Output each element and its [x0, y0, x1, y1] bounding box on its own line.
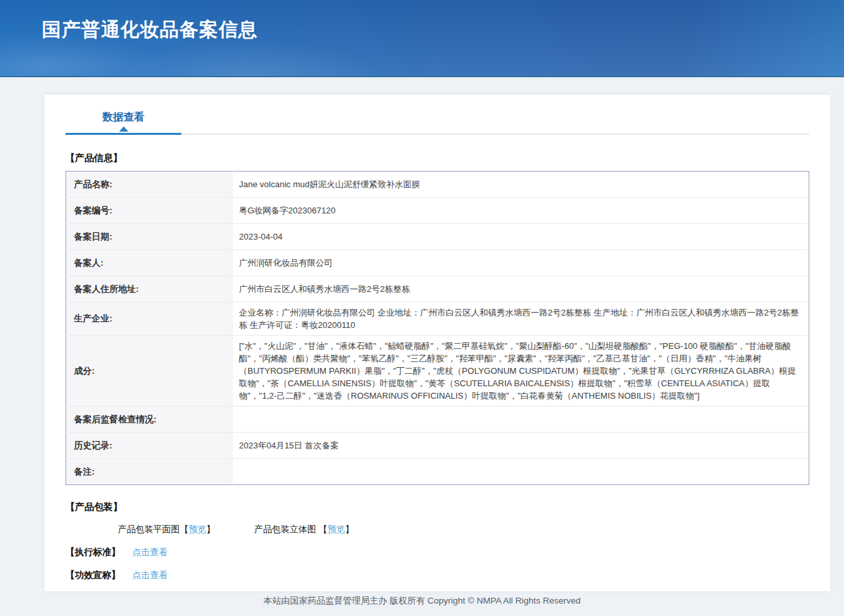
page-title: 国产普通化妆品备案信息 [0, 0, 844, 43]
table-row-supervision: 备案后监督检查情况: [66, 407, 809, 433]
row-label: 产品名称: [66, 172, 232, 198]
row-label: 成分: [66, 336, 232, 407]
row-value: 广州市白云区人和镇秀水塘西一路2号2栋整栋 [232, 276, 809, 302]
section-product-info-title: 【产品信息】 [65, 152, 809, 164]
tab-bar: 数据查看 [65, 95, 809, 135]
row-label: 备案编号: [66, 198, 232, 224]
table-row-registration-number: 备案编号: 粤G妆网备字2023067120 [66, 198, 809, 224]
bracket-open: 【 [180, 524, 189, 534]
bracket-close: 】 [206, 524, 215, 534]
table-row-registration-date: 备案日期: 2023-04-04 [66, 224, 809, 250]
table-row-history: 历史记录: 2023年04月15日 首次备案 [66, 433, 809, 459]
tab-data-view-label: 数据查看 [103, 111, 145, 122]
table-row-remarks: 备注: [66, 459, 809, 485]
product-info-table: 产品名称: Jane volcanic mud妍泥火山泥舒缓紧致补水面膜 备案编… [65, 171, 809, 485]
table-row-registrant: 备案人: 广州润研化妆品有限公司 [66, 250, 809, 276]
packaging-flat-preview-link[interactable]: 预览 [189, 524, 206, 534]
standard-row: 【执行标准】 点击查看 [65, 547, 809, 558]
row-value [232, 459, 809, 485]
row-value: 粤G妆网备字2023067120 [232, 198, 809, 224]
row-label: 备案人: [66, 250, 232, 276]
row-value: Jane volcanic mud妍泥火山泥舒缓紧致补水面膜 [232, 172, 809, 198]
efficacy-row: 【功效宣称】 点击查看 [65, 570, 809, 581]
row-value: 企业名称：广州润研化妆品有限公司 企业地址：广州市白云区人和镇秀水塘西一路2号2… [232, 302, 809, 336]
packaging-flat-label: 产品包装平面图 [118, 524, 180, 534]
row-value [232, 407, 809, 433]
row-label: 生产企业: [66, 302, 232, 336]
row-value: 2023年04月15日 首次备案 [232, 433, 809, 459]
bracket-close: 】 [345, 524, 354, 534]
row-label: 备注: [66, 459, 232, 485]
efficacy-view-link[interactable]: 点击查看 [132, 570, 168, 580]
table-row-product-name: 产品名称: Jane volcanic mud妍泥火山泥舒缓紧致补水面膜 [66, 172, 809, 198]
tab-data-view[interactable]: 数据查看 [65, 111, 181, 135]
row-label: 备案后监督检查情况: [66, 407, 232, 433]
row-label: 备案日期: [66, 224, 232, 250]
packaging-previews-row: 产品包装平面图【预览】 产品包装立体图 【预览】 [118, 524, 809, 535]
row-label: 备案人住所地址: [66, 276, 232, 302]
page-footer: 本站由国家药品监督管理局主办 版权所有 Copyright © NMPA All… [0, 595, 844, 607]
row-value: ["水"，"火山泥"，"甘油"，"液体石蜡"，"鲸蜡硬脂醇"，"聚二甲基硅氧烷"… [232, 336, 809, 407]
row-value: 2023-04-04 [232, 224, 809, 250]
section-efficacy-title: 【功效宣称】 [65, 570, 120, 580]
bracket-open: 【 [319, 524, 328, 534]
packaging-stereo-preview-link[interactable]: 预览 [327, 524, 345, 534]
table-row-manufacturer: 生产企业: 企业名称：广州润研化妆品有限公司 企业地址：广州市白云区人和镇秀水塘… [66, 302, 809, 336]
table-row-registrant-address: 备案人住所地址: 广州市白云区人和镇秀水塘西一路2号2栋整栋 [66, 276, 809, 302]
row-value: 广州润研化妆品有限公司 [232, 250, 809, 276]
page-header: 国产普通化妆品备案信息 [0, 0, 844, 77]
packaging-stereo-item: 产品包装立体图 【预览】 [254, 524, 354, 535]
tab-active-arrow-icon [119, 126, 128, 132]
footer-copyright-text: 本站由国家药品监督管理局主办 版权所有 Copyright © NMPA All… [263, 596, 581, 606]
packaging-stereo-label: 产品包装立体图 [254, 524, 316, 534]
content-card: 数据查看 【产品信息】 产品名称: Jane volcanic mud妍泥火山泥… [45, 95, 830, 591]
standard-view-link[interactable]: 点击查看 [132, 547, 168, 557]
row-label: 历史记录: [66, 433, 232, 459]
section-packaging-title: 【产品包装】 [65, 501, 809, 513]
page: 国产普通化妆品备案信息 数据查看 【产品信息】 产品名称: Jane volca… [0, 0, 844, 616]
table-row-ingredients: 成分: ["水"，"火山泥"，"甘油"，"液体石蜡"，"鲸蜡硬脂醇"，"聚二甲基… [66, 336, 809, 407]
packaging-flat-item: 产品包装平面图【预览】 [118, 524, 215, 535]
section-standard-title: 【执行标准】 [65, 547, 120, 557]
